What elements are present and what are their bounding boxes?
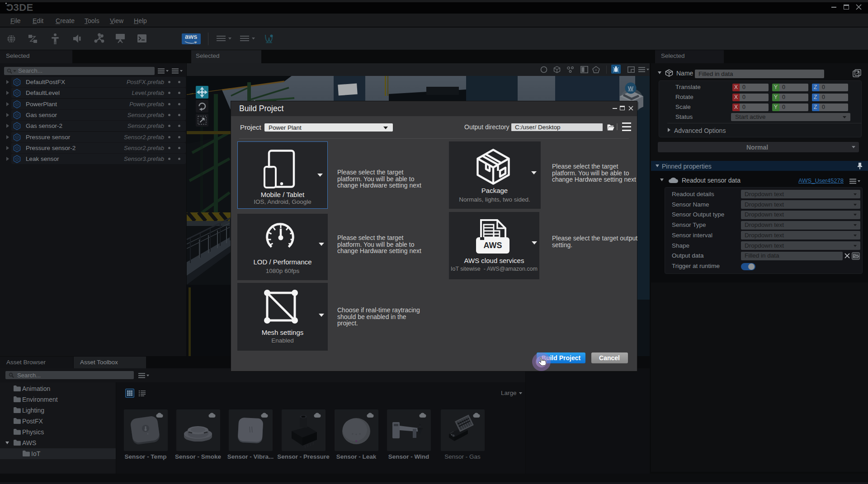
svg-text:W: W xyxy=(628,85,634,92)
svg-text:AWS: AWS xyxy=(483,241,502,250)
svg-text:∞: ∞ xyxy=(595,68,597,71)
